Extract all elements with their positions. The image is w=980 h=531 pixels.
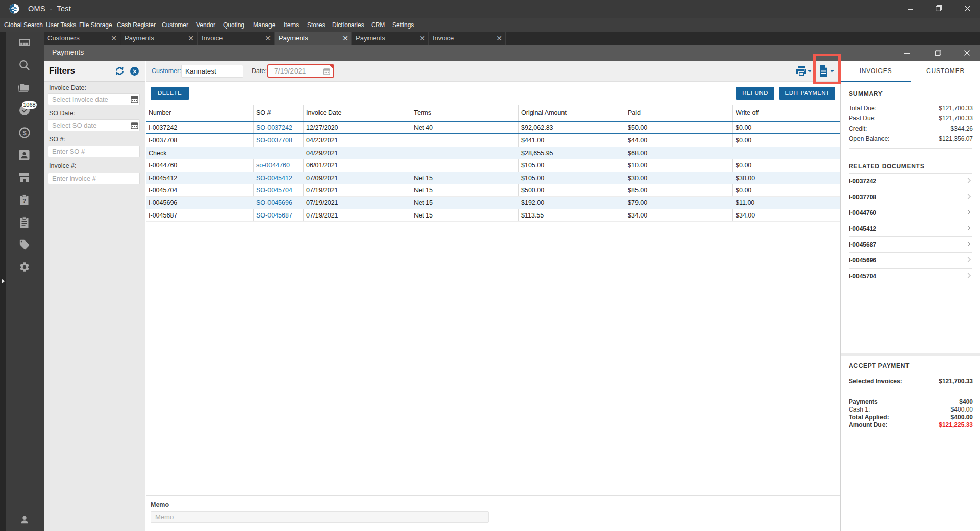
svg-text:?: ?	[22, 198, 26, 204]
svg-text:$: $	[22, 129, 27, 137]
